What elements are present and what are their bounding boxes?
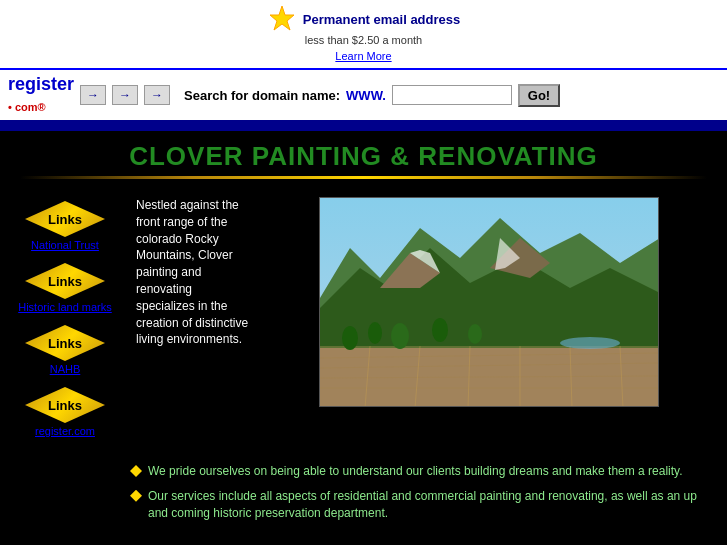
scenic-image [319,197,659,407]
register-logo: register • com® [8,74,74,116]
search-label: Search for domain name: [184,88,340,103]
arrow-btn-2[interactable]: → [112,85,138,105]
main-content: Links National Trust Links Historic land… [0,187,727,455]
svg-point-21 [432,318,448,342]
mountain-svg [320,198,659,407]
register-bar: register • com® → → → Search for domain … [0,70,727,123]
links-label-1: Links [48,274,82,289]
svg-marker-0 [270,6,294,30]
star-icon [267,4,297,34]
svg-point-25 [560,337,620,349]
image-area [260,197,717,445]
svg-point-18 [342,326,358,350]
links-label-2: Links [48,336,82,351]
bottom-content: We pride ourselves on being able to unde… [0,455,727,537]
site-title: CLOVER PAINTING & RENOVATING [0,141,727,172]
links-button-1[interactable]: Links [25,263,105,299]
links-label-0: Links [48,212,82,227]
banner-title: Permanent email address [303,12,461,27]
banner-subtitle: less than $2.50 a month [0,34,727,46]
gold-divider [20,176,707,179]
intro-text: Nestled against the front range of the c… [130,197,260,445]
arrow-btn-1[interactable]: → [80,85,106,105]
register-com-link[interactable]: register.com [35,425,95,437]
sidebar-item-1: Links Historic land marks [18,263,112,313]
bullet-item-1: Our services include all aspects of resi… [130,488,717,522]
register-text: register [8,74,74,94]
www-label: WWW. [346,88,386,103]
svg-point-22 [468,324,482,344]
links-label-3: Links [48,398,82,413]
svg-point-20 [391,323,409,349]
bullet-item-0: We pride ourselves on being able to unde… [130,463,717,480]
bullet-diamond-1 [130,490,142,502]
go-button[interactable]: Go! [518,84,560,107]
sidebar-item-0: Links National Trust [25,201,105,251]
national-trust-link[interactable]: National Trust [31,239,99,251]
nahb-link[interactable]: NAHB [50,363,81,375]
bullet-text-1: Our services include all aspects of resi… [148,488,717,522]
banner-ad: Permanent email address less than $2.50 … [0,0,727,70]
bullet-diamond-0 [130,465,142,477]
bullet-text-0: We pride ourselves on being able to unde… [148,463,683,480]
sidebar-item-2: Links NAHB [25,325,105,375]
arrow-btn-3[interactable]: → [144,85,170,105]
sidebar-item-3: Links register.com [25,387,105,437]
banner-learn-more-link[interactable]: Learn More [335,50,391,62]
links-button-3[interactable]: Links [25,387,105,423]
svg-point-19 [368,322,382,344]
domain-input[interactable] [392,85,512,105]
links-button-0[interactable]: Links [25,201,105,237]
dot-com-text: • com® [8,101,46,113]
historic-land-marks-link[interactable]: Historic land marks [18,301,112,313]
sidebar: Links National Trust Links Historic land… [0,197,130,445]
links-button-2[interactable]: Links [25,325,105,361]
blue-divider [0,123,727,131]
main-header: CLOVER PAINTING & RENOVATING [0,131,727,187]
